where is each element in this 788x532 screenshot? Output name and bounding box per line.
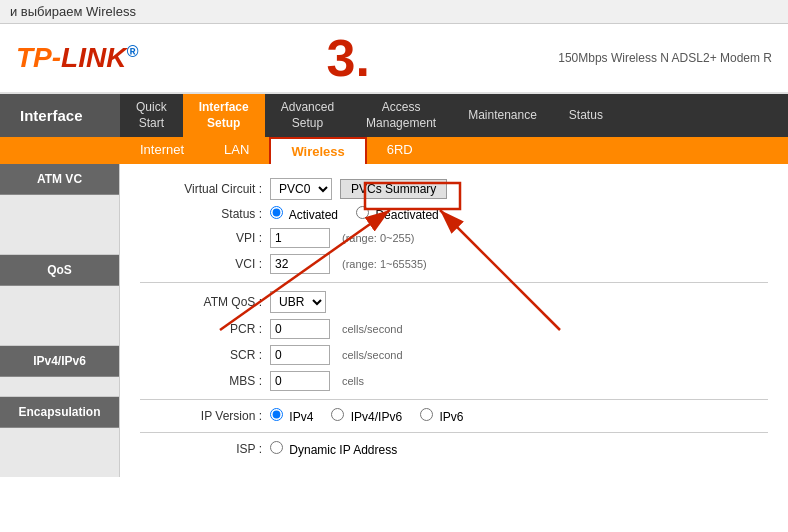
atm-qos-value: UBR bbox=[270, 291, 326, 313]
dynamic-ip-label[interactable]: Dynamic IP Address bbox=[270, 441, 397, 457]
ip-version-row: IP Version : IPv4 IPv4/IPv6 IPv6 bbox=[140, 408, 768, 424]
ip-version-label: IP Version : bbox=[140, 409, 270, 423]
scr-input[interactable] bbox=[270, 345, 330, 365]
step-number: 3. bbox=[327, 32, 370, 84]
subnav-internet[interactable]: Internet bbox=[120, 137, 204, 164]
sidebar-section-encapsulation: Encapsulation bbox=[0, 397, 119, 428]
vpi-row: VPI : (range: 0~255) bbox=[140, 228, 768, 248]
sidebar-spacer-1 bbox=[0, 195, 119, 255]
nav-item-access-management[interactable]: AccessManagement bbox=[350, 94, 452, 137]
status-value: Activated Deactivated bbox=[270, 206, 439, 222]
isp-row: ISP : Dynamic IP Address bbox=[140, 441, 768, 457]
sidebar: ATM VC QoS IPv4/IPv6 Encapsulation bbox=[0, 164, 120, 477]
pcr-input[interactable] bbox=[270, 319, 330, 339]
mbs-row: MBS : cells bbox=[140, 371, 768, 391]
logo-link: LINK bbox=[61, 42, 126, 73]
isp-label: ISP : bbox=[140, 442, 270, 456]
divider-1 bbox=[140, 282, 768, 283]
main-nav: Interface QuickStart InterfaceSetup Adva… bbox=[0, 94, 788, 137]
scr-label: SCR : bbox=[140, 348, 270, 362]
ipv4-radio[interactable] bbox=[270, 408, 283, 421]
mbs-label: MBS : bbox=[140, 374, 270, 388]
pcr-value: cells/second bbox=[270, 319, 403, 339]
logo-tp: TP- bbox=[16, 42, 61, 73]
virtual-circuit-select[interactable]: PVC0 bbox=[270, 178, 332, 200]
scr-row: SCR : cells/second bbox=[140, 345, 768, 365]
scr-unit: cells/second bbox=[342, 349, 403, 361]
status-row: Status : Activated Deactivated bbox=[140, 206, 768, 222]
dynamic-ip-text: Dynamic IP Address bbox=[289, 443, 397, 457]
logo: TP-LINK® bbox=[16, 42, 138, 74]
device-name: 150Mbps Wireless N ADSL2+ Modem R bbox=[558, 51, 772, 65]
content-area: ATM VC QoS IPv4/IPv6 Encapsulation Virtu… bbox=[0, 164, 788, 477]
ipv6-text: IPv6 bbox=[439, 410, 463, 424]
sub-nav: Internet LAN Wireless 6RD bbox=[0, 137, 788, 164]
status-label: Status : bbox=[140, 207, 270, 221]
ip-version-value: IPv4 IPv4/IPv6 IPv6 bbox=[270, 408, 463, 424]
virtual-circuit-label: Virtual Circuit : bbox=[140, 182, 270, 196]
pcr-unit: cells/second bbox=[342, 323, 403, 335]
subnav-6rd[interactable]: 6RD bbox=[367, 137, 433, 164]
mbs-value: cells bbox=[270, 371, 364, 391]
pvcs-summary-button[interactable]: PVCs Summary bbox=[340, 179, 447, 199]
dynamic-ip-radio[interactable] bbox=[270, 441, 283, 454]
vci-label: VCI : bbox=[140, 257, 270, 271]
status-activated-label[interactable]: Activated bbox=[270, 206, 338, 222]
status-deactivated-label[interactable]: Deactivated bbox=[356, 206, 439, 222]
sidebar-section-qos: QoS bbox=[0, 255, 119, 286]
nav-items: QuickStart InterfaceSetup AdvancedSetup … bbox=[120, 94, 788, 137]
ipv6-radio[interactable] bbox=[420, 408, 433, 421]
atm-qos-select[interactable]: UBR bbox=[270, 291, 326, 313]
nav-item-interface-setup[interactable]: InterfaceSetup bbox=[183, 94, 265, 137]
pcr-row: PCR : cells/second bbox=[140, 319, 768, 339]
sidebar-section-ipv4ipv6: IPv4/IPv6 bbox=[0, 346, 119, 377]
sidebar-section-atm-vc: ATM VC bbox=[0, 164, 119, 195]
nav-item-maintenance[interactable]: Maintenance bbox=[452, 94, 553, 137]
subnav-wireless[interactable]: Wireless bbox=[269, 137, 366, 164]
mbs-unit: cells bbox=[342, 375, 364, 387]
mbs-input[interactable] bbox=[270, 371, 330, 391]
subnav-lan[interactable]: LAN bbox=[204, 137, 269, 164]
header: TP-LINK® 3. 150Mbps Wireless N ADSL2+ Mo… bbox=[0, 24, 788, 94]
nav-item-status[interactable]: Status bbox=[553, 94, 619, 137]
divider-2 bbox=[140, 399, 768, 400]
scr-value: cells/second bbox=[270, 345, 403, 365]
isp-value: Dynamic IP Address bbox=[270, 441, 397, 457]
vci-input[interactable] bbox=[270, 254, 330, 274]
vpi-value: (range: 0~255) bbox=[270, 228, 414, 248]
ipv4ipv6-label[interactable]: IPv4/IPv6 bbox=[331, 408, 402, 424]
top-bar-text: и выбираем Wireless bbox=[10, 4, 136, 19]
sidebar-spacer-3 bbox=[0, 377, 119, 397]
ipv4-label[interactable]: IPv4 bbox=[270, 408, 313, 424]
ipv4ipv6-radio[interactable] bbox=[331, 408, 344, 421]
atm-qos-label: ATM QoS : bbox=[140, 295, 270, 309]
atm-qos-row: ATM QoS : UBR bbox=[140, 291, 768, 313]
ipv4ipv6-text: IPv4/IPv6 bbox=[351, 410, 402, 424]
ipv4-text: IPv4 bbox=[289, 410, 313, 424]
ipv6-label[interactable]: IPv6 bbox=[420, 408, 463, 424]
nav-item-advanced-setup[interactable]: AdvancedSetup bbox=[265, 94, 350, 137]
pcr-label: PCR : bbox=[140, 322, 270, 336]
top-bar: и выбираем Wireless bbox=[0, 0, 788, 24]
status-activated-text: Activated bbox=[289, 208, 338, 222]
main-content: Virtual Circuit : PVC0 PVCs Summary Stat… bbox=[120, 164, 788, 477]
interface-label: Interface bbox=[0, 94, 120, 137]
vci-range: (range: 1~65535) bbox=[342, 258, 427, 270]
vci-value: (range: 1~65535) bbox=[270, 254, 427, 274]
virtual-circuit-value: PVC0 PVCs Summary bbox=[270, 178, 447, 200]
nav-item-quick-start[interactable]: QuickStart bbox=[120, 94, 183, 137]
status-deactivated-text: Deactivated bbox=[375, 208, 438, 222]
virtual-circuit-row: Virtual Circuit : PVC0 PVCs Summary bbox=[140, 178, 768, 200]
divider-3 bbox=[140, 432, 768, 433]
sidebar-spacer-2 bbox=[0, 286, 119, 346]
status-activated-radio[interactable] bbox=[270, 206, 283, 219]
logo-reg: ® bbox=[126, 43, 138, 60]
vpi-label: VPI : bbox=[140, 231, 270, 245]
status-deactivated-radio[interactable] bbox=[356, 206, 369, 219]
vpi-input[interactable] bbox=[270, 228, 330, 248]
vpi-range: (range: 0~255) bbox=[342, 232, 414, 244]
vci-row: VCI : (range: 1~65535) bbox=[140, 254, 768, 274]
